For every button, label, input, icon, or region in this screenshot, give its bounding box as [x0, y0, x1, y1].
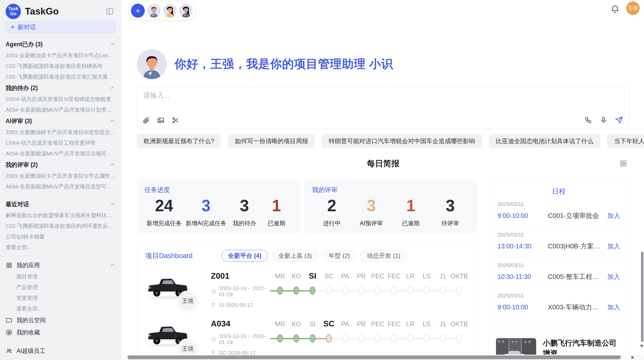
schedule-event: 2025/03/119:00-10:00X003-车辆动力学性能验...加入	[497, 288, 620, 318]
scissors-icon[interactable]	[172, 116, 179, 124]
event-join-link[interactable]: 加入	[607, 242, 620, 250]
sidebar-task-item[interactable]: A034-全新新能源MUV产品开发项目法规符合性评审	[6, 148, 116, 159]
sidebar-recent-item[interactable]: C02-飞腾新能源轻客改款项目的闭环通告反馈情况	[6, 221, 116, 231]
view-all-apps-link[interactable]: 查看全部...	[6, 303, 116, 314]
milestone-dot-col	[370, 287, 386, 295]
sidebar-section-header[interactable]: 我的评审 (2)	[6, 159, 116, 171]
phone-icon[interactable]	[584, 116, 592, 124]
project-dates-text: 2023-12-19 ~ 2027-01-19	[219, 285, 272, 297]
dashboard-tab[interactable]: 年型 (2)	[322, 250, 356, 262]
sidebar-recent-item[interactable]: 解释最新出台的欧盟报废车法规再生塑料比例被调至15%...	[6, 210, 116, 221]
milestone-dot-col	[304, 334, 321, 342]
sidebar-app-item[interactable]: 产品管理	[6, 282, 116, 293]
microphone-icon[interactable]	[600, 116, 607, 124]
image-upload-icon[interactable]	[157, 116, 165, 124]
sidebar-task-item[interactable]: A034-全新新能源MUV产品开发项目计划变更表编写	[6, 104, 116, 115]
chat-input[interactable]	[143, 91, 551, 100]
chat-input-card	[137, 86, 630, 128]
sidebar-tool-label: 帮我写作	[17, 359, 116, 360]
stat-item: 2进行中	[318, 197, 346, 227]
milestone-label-col: SI	[304, 271, 321, 281]
suggestion-chip[interactable]: 如何写一份清晰的项目周报	[228, 134, 315, 148]
chevron-up-icon	[109, 118, 116, 124]
sidebar-tool-label: AI超级员工	[17, 347, 116, 355]
sidebar-item-label: 我的云空间	[17, 316, 116, 324]
horizontal-scrollbar-thumb[interactable]	[127, 355, 621, 359]
chevron-up-icon	[109, 85, 116, 91]
milestone-label-col: KO	[288, 319, 304, 329]
project-row[interactable]: 王强A0342023-12-19 ~ 2026-01-19SC-2025-05-…	[145, 319, 477, 357]
vertical-scrollbar[interactable]	[640, 0, 644, 355]
project-node-text: SI-2025-05-17	[219, 302, 253, 308]
my-apps-label: 我的应用	[17, 261, 105, 269]
view-all-conversations-link[interactable]: 查看全部...	[6, 242, 116, 253]
star-icon	[6, 329, 12, 336]
scroll-down-arrow-icon[interactable]	[640, 345, 643, 348]
milestone-dots	[272, 334, 467, 342]
sidebar-tool-write[interactable]: 帮我写作	[6, 357, 116, 360]
milestone-label: LS	[423, 271, 431, 281]
suggestion-chip[interactable]: 特朗普可能对进口汽车增税会对中国车企造成哪些影响	[322, 134, 482, 148]
new-chat-button[interactable]: + 新对话	[6, 21, 116, 33]
agent-avatar[interactable]	[147, 4, 161, 18]
sidebar-task-item[interactable]: C02-飞腾新能源轻客改款项目立项汇报方案	[6, 71, 116, 82]
milestone-dot-col	[418, 334, 435, 342]
sidebar-task-item[interactable]: Z001-全新燃油轻卡产品开发项目SI节点属性5D文件评审	[6, 171, 116, 181]
sidebar-section-header[interactable]: Agent已办 (3)	[6, 38, 116, 50]
event-join-link[interactable]: 加入	[607, 303, 620, 311]
sidebar-item-folder[interactable]: 我的云空间	[6, 314, 116, 326]
project-row[interactable]: 王强Z0012023-12-19 ~ 2027-01-19SI-2025-05-…	[145, 271, 477, 309]
sidebar-task-item[interactable]: Z001-全新燃油轻卡产品开发项目SI造型提交物评审	[6, 127, 116, 138]
view-all-schedule-link[interactable]: 查看所有日程	[497, 323, 620, 325]
event-join-link[interactable]: 加入	[607, 212, 620, 220]
sidebar-task-item[interactable]: C0X4-动力总成开发项目工程变更评审	[6, 138, 116, 148]
user-avatar[interactable]: 王强	[626, 2, 640, 15]
milestone-label: FEC	[388, 271, 400, 281]
milestone-dot-pa	[342, 287, 348, 295]
agent-avatar[interactable]	[163, 4, 177, 18]
project-owner-avatar: 王强	[177, 291, 198, 311]
vertical-scrollbar-thumb[interactable]	[641, 252, 643, 342]
milestone-label: FEC	[388, 319, 400, 329]
logo-text-bottom: Go	[10, 11, 17, 17]
sidebar-collapse-icon[interactable]	[106, 6, 116, 17]
sidebar-task-item[interactable]: A034-全新新能源MUV产品开发项目造型可行性评审	[6, 181, 116, 192]
sidebar-app-item[interactable]: 变更管理	[6, 293, 116, 303]
attach-file-icon[interactable]	[142, 116, 150, 124]
sidebar-section-header[interactable]: AI评审 (3)	[6, 115, 116, 127]
sidebar-task-item[interactable]: C0X4-动力总成开发项目SI里程碑提交物检查	[6, 94, 116, 104]
sidebar-section-header-recent[interactable]: 最近对话	[6, 198, 116, 210]
milestone-label-col: PEC	[370, 319, 386, 329]
sidebar-item-my-apps[interactable]: 我的应用	[6, 259, 116, 271]
sidebar-recent-item[interactable]: 公司Q3轻卡销量	[6, 231, 116, 242]
notification-bell-icon[interactable]	[610, 4, 621, 14]
horizontal-scrollbar[interactable]	[123, 355, 644, 360]
stats-items: 2进行中3AI预评审1已逾期3待评审	[312, 197, 470, 227]
dashboard-tab[interactable]: 全新平台 (4)	[222, 250, 268, 262]
suggestion-chip[interactable]: 比亚迪全固态电池计划具体说了什么	[489, 134, 600, 148]
sidebar-task-item[interactable]: C02-飞腾新能源轻客改款项目里程碑画布	[6, 61, 116, 71]
sidebar-tool-people[interactable]: AI超级员工	[6, 345, 116, 357]
agent-avatar[interactable]	[179, 4, 193, 18]
sidebar-section-header[interactable]: 我的待办 (2)	[6, 82, 116, 94]
send-icon[interactable]	[615, 116, 623, 124]
scroll-right-arrow-icon[interactable]	[632, 356, 634, 359]
layout-grid-icon[interactable]	[619, 159, 627, 168]
dashboard-tab[interactable]: 全新上装 (3)	[272, 250, 318, 262]
suggestion-chip[interactable]: 欧洲新规最近颁布了什么?	[137, 134, 221, 148]
dashboard-tab[interactable]: 动总开发 (1)	[360, 250, 407, 262]
suggestion-chip[interactable]: 当下年轻人对汽车外观有怎样的喜好趋势	[607, 134, 644, 148]
milestone-label-col: PR	[353, 319, 370, 329]
sidebar-divider	[0, 195, 121, 195]
sidebar-task-item[interactable]: Z001-全新燃油皮卡产品开发项目SI节点Lesson Learn报告	[6, 50, 116, 61]
event-time: 9:00-10:00	[497, 304, 548, 311]
milestone-label-col: SC	[321, 319, 337, 329]
sidebar-item-star[interactable]: 我的收藏	[6, 326, 116, 338]
add-agent-button[interactable]: +	[131, 4, 145, 18]
event-join-link[interactable]: 加入	[607, 273, 620, 281]
project-dates-text: 2023-12-19 ~ 2026-01-19	[219, 333, 272, 345]
milestone-dot-pr	[359, 287, 364, 295]
sidebar-body: Agent已办 (3)Z001-全新燃油皮卡产品开发项目SI节点Lesson L…	[0, 37, 121, 360]
taskgo-app: Task Go TaskGo + 新对话 Agent已办 (3)Z001-全新燃…	[0, 0, 644, 360]
sidebar-app-item[interactable]: 项目管理	[6, 271, 116, 282]
